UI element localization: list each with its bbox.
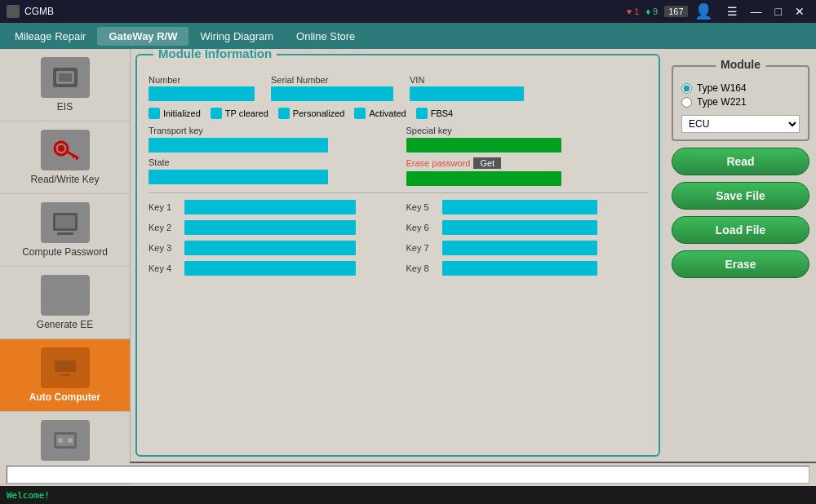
number-label: Number: [149, 75, 255, 85]
flag-box-initialized: [149, 108, 160, 119]
serial-label: Serial Number: [271, 75, 393, 85]
sidebar-label-read-write-key: Read/Write Key: [31, 174, 100, 185]
serial-input[interactable]: [271, 86, 393, 101]
hamburger-btn[interactable]: ☰: [722, 5, 743, 18]
number-input[interactable]: [149, 86, 255, 101]
sidebar-item-compute-password[interactable]: Compute Password: [0, 194, 130, 267]
flag-personalized: Personalized: [278, 108, 345, 119]
load-file-button[interactable]: Load File: [672, 216, 809, 244]
state-label: State: [149, 157, 390, 167]
transport-key-label: Transport key: [149, 126, 390, 135]
read-button[interactable]: Read: [672, 148, 809, 175]
radio-w164-label: Type W164: [697, 82, 747, 94]
compute-icon: [41, 202, 90, 243]
auto-computer-icon: [41, 347, 90, 388]
transport-key-input[interactable]: [149, 138, 328, 153]
module-box: Module Type W164 Type W221 ECU Other: [672, 65, 809, 141]
radio-type-w221[interactable]: Type W221: [681, 96, 800, 108]
titlebar-controls: ☰ — □ ✕: [722, 5, 809, 18]
svg-rect-2: [59, 73, 72, 82]
svg-rect-10: [57, 232, 73, 235]
key6-input[interactable]: [442, 220, 597, 235]
special-key-input[interactable]: [406, 138, 561, 153]
vin-input[interactable]: [410, 86, 524, 101]
hearts-red: ♥ 1: [627, 7, 640, 16]
erase-password-label: Erase password: [406, 158, 471, 168]
key2-item: Key 2: [149, 220, 390, 235]
titlebar-status: ♥ 1 ♦ 9 167 👤: [627, 2, 712, 20]
menu-gateway-rw[interactable]: GateWay R/W: [97, 27, 188, 46]
generate-icon: [41, 275, 90, 316]
key7-item: Key 7: [406, 241, 648, 255]
sidebar-item-eis[interactable]: EIS: [0, 49, 130, 122]
sidebar-item-generate-ee[interactable]: Generate EE: [0, 267, 130, 339]
flag-box-fbs4: [416, 108, 428, 119]
state-right: Erase password Get: [406, 157, 648, 186]
titlebar: CGMB ♥ 1 ♦ 9 167 👤 ☰ — □ ✕: [0, 0, 816, 23]
radio-w221-label: Type W221: [697, 96, 747, 108]
erase-password-input[interactable]: [406, 171, 561, 186]
save-file-button[interactable]: Save File: [672, 182, 809, 210]
svg-point-4: [58, 145, 64, 152]
key-grid: Key 1 Key 5 Key 2 Key 6 Key 3: [149, 200, 647, 276]
key8-input[interactable]: [442, 261, 597, 276]
content-area: Module Information Number Serial Number …: [131, 49, 665, 462]
log-text: Welcome!: [7, 490, 50, 501]
flags-row: Initialized TP cleared Personalized Acti…: [149, 108, 647, 119]
state-input[interactable]: [149, 170, 328, 184]
key1-input[interactable]: [184, 200, 356, 214]
key3-item: Key 3: [149, 241, 390, 255]
radio-w221-input[interactable]: [681, 97, 692, 108]
menu-wiring-diagram[interactable]: Wiring Diagram: [188, 27, 285, 46]
module-box-title: Module: [716, 58, 765, 71]
key2-label: Key 2: [149, 223, 180, 232]
close-btn[interactable]: ✕: [790, 5, 809, 18]
flag-box-tp-cleared: [211, 108, 222, 119]
key5-input[interactable]: [442, 200, 597, 214]
svg-rect-20: [60, 374, 70, 376]
logbar: Welcome!: [0, 486, 816, 504]
app-title: CGMB: [24, 6, 627, 17]
sidebar-label-generate-ee: Generate EE: [37, 319, 93, 330]
flag-initialized: Initialized: [149, 108, 201, 119]
keys-section: Transport key Special key: [149, 126, 647, 153]
svg-point-12: [60, 290, 70, 300]
key8-item: Key 8: [406, 261, 648, 276]
flag-label-personalized: Personalized: [293, 108, 345, 118]
module-type-dropdown[interactable]: ECU Other: [681, 115, 800, 133]
sidebar-item-read-write-key[interactable]: Read/Write Key: [0, 122, 130, 194]
main-layout: EIS Read/Write Key Compute Password Gene…: [0, 49, 816, 462]
sidebar-label-compute-password: Compute Password: [22, 246, 108, 258]
key4-item: Key 4: [149, 261, 390, 276]
sidebar-item-auto-computer[interactable]: Auto Computer: [0, 339, 130, 412]
transport-key-section: Transport key: [149, 126, 390, 153]
maximize-btn[interactable]: □: [770, 5, 787, 18]
svg-point-24: [68, 438, 73, 443]
flag-activated: Activated: [354, 108, 406, 119]
minimize-btn[interactable]: —: [746, 5, 767, 18]
key2-input[interactable]: [184, 220, 356, 235]
divider: [149, 192, 647, 193]
key3-input[interactable]: [184, 241, 356, 255]
radio-type-w164[interactable]: Type W164: [681, 82, 800, 94]
flag-label-initialized: Initialized: [163, 108, 201, 118]
key4-input[interactable]: [184, 261, 356, 276]
sidebar: EIS Read/Write Key Compute Password Gene…: [0, 49, 131, 462]
avatar-icon: 👤: [694, 2, 712, 20]
key5-item: Key 5: [406, 200, 648, 214]
menu-mileage-repair[interactable]: Mileage Repair: [3, 27, 97, 46]
flag-fbs4: FBS4: [416, 108, 454, 119]
status-inner: [7, 466, 809, 484]
key8-label: Key 8: [406, 263, 437, 273]
svg-point-23: [58, 438, 63, 443]
key1-item: Key 1: [149, 200, 390, 214]
module-panel: Module Information Number Serial Number …: [135, 54, 660, 457]
erase-button[interactable]: Erase: [672, 250, 809, 278]
module-panel-title: Module Information: [153, 49, 277, 60]
menu-online-store[interactable]: Online Store: [285, 27, 366, 46]
radio-w164-input[interactable]: [681, 83, 692, 94]
eis-icon: [41, 57, 90, 98]
get-button[interactable]: Get: [473, 157, 501, 169]
flag-box-activated: [354, 108, 366, 119]
key7-input[interactable]: [442, 241, 597, 255]
